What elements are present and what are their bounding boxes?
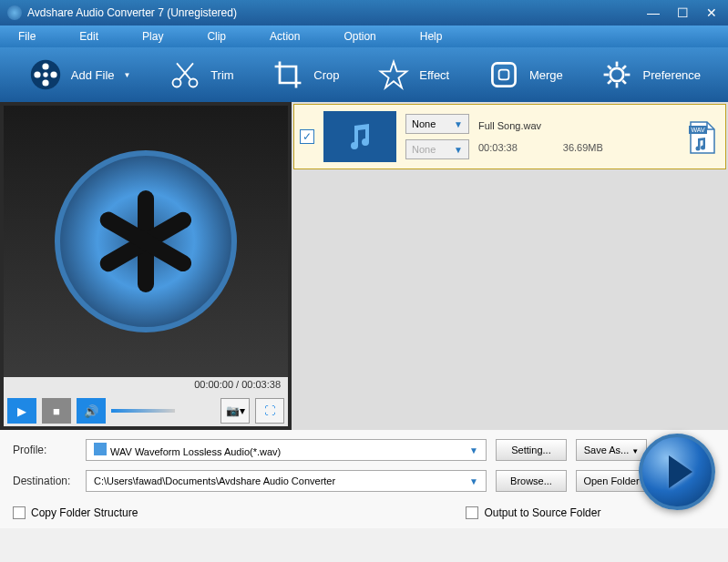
svg-line-21	[609, 80, 612, 84]
browse-button[interactable]: Browse...	[496, 470, 567, 492]
play-icon	[669, 455, 692, 488]
preview-panel: 00:00:00 / 00:03:38 ▶ ■ 🔊 📷▾ ⛶	[0, 102, 292, 430]
output-source-label: Output to Source Folder	[484, 506, 600, 519]
file-list-panel: ✓ None▼ None▼ Full Song.wav 00:03:38 36.…	[292, 102, 728, 430]
saveas-button[interactable]: Save As... ▼	[576, 439, 647, 461]
playback-controls: ▶ ■ 🔊 📷▾ ⛶	[4, 395, 288, 426]
menu-action[interactable]: Action	[270, 30, 300, 43]
file-checkbox[interactable]: ✓	[300, 129, 314, 144]
destination-label: Destination:	[13, 475, 77, 487]
effect-button[interactable]: Effect	[375, 56, 449, 93]
minimize-button[interactable]: —	[644, 5, 662, 20]
svg-text:WAV: WAV	[691, 127, 704, 133]
menu-help[interactable]: Help	[420, 30, 443, 43]
music-note-icon	[342, 118, 378, 155]
volume-button[interactable]: 🔊	[77, 398, 106, 424]
svg-line-20	[623, 66, 627, 69]
toolbar-label: Merge	[529, 68, 563, 82]
stop-button[interactable]: ■	[42, 398, 71, 424]
svg-point-4	[34, 71, 40, 77]
svg-point-7	[190, 79, 198, 87]
svg-point-2	[50, 71, 56, 77]
add-file-button[interactable]: Add File▼	[27, 56, 131, 93]
copy-folder-checkbox[interactable]	[13, 506, 26, 519]
svg-rect-11	[492, 63, 515, 86]
preview-viewport	[4, 106, 288, 377]
toolbar-label: Effect	[419, 68, 449, 82]
profile-label: Profile:	[13, 444, 77, 456]
destination-select[interactable]: C:\Users\fawad\Documents\Avdshare Audio …	[86, 470, 487, 492]
convert-button[interactable]	[639, 434, 715, 510]
film-reel-icon	[27, 56, 64, 93]
svg-line-19	[623, 80, 627, 84]
playback-time: 00:00:00 / 00:03:38	[4, 377, 288, 395]
play-button[interactable]: ▶	[7, 398, 36, 424]
svg-rect-12	[499, 70, 509, 80]
chevron-down-icon: ▼	[469, 445, 478, 455]
file-dropdown-2[interactable]: None▼	[405, 139, 469, 159]
menu-option[interactable]: Option	[343, 30, 375, 43]
svg-line-8	[179, 63, 193, 79]
main-area: 00:00:00 / 00:03:38 ▶ ■ 🔊 📷▾ ⛶ ✓ None▼ N…	[0, 102, 728, 430]
crop-button[interactable]: Crop	[270, 56, 339, 93]
menu-play[interactable]: Play	[142, 30, 163, 43]
gear-icon	[599, 56, 635, 93]
close-button[interactable]: ✕	[702, 5, 721, 20]
open-folder-button[interactable]: Open Folder	[576, 470, 647, 492]
crop-icon	[270, 56, 306, 93]
svg-point-1	[42, 63, 48, 69]
menu-file[interactable]: File	[18, 30, 36, 43]
trim-button[interactable]: Trim	[167, 56, 234, 93]
chevron-down-icon: ▼	[469, 476, 478, 486]
merge-button[interactable]: Merge	[486, 56, 563, 93]
svg-point-5	[43, 72, 47, 77]
copy-folder-label: Copy Folder Structure	[31, 506, 138, 519]
maximize-button[interactable]: ☐	[673, 5, 692, 20]
titlebar: Avdshare Audio Converter 7 (Unregistered…	[0, 0, 728, 26]
bottom-panel: Profile: WAV Waveform Lossless Audio(*.w…	[0, 430, 728, 528]
file-duration: 00:03:38	[478, 142, 518, 153]
file-format-icon: WAV	[683, 118, 720, 155]
file-info: Full Song.wav 00:03:38 36.69MB	[478, 120, 674, 153]
svg-point-3	[42, 79, 48, 86]
svg-point-13	[610, 68, 623, 81]
preference-button[interactable]: Preference	[599, 56, 701, 93]
setting-button[interactable]: Setting...	[496, 439, 567, 461]
wav-format-icon	[94, 443, 107, 455]
menu-clip[interactable]: Clip	[207, 30, 226, 43]
file-name: Full Song.wav	[478, 120, 674, 131]
star-icon	[375, 56, 412, 93]
toolbar-label: Crop	[313, 68, 339, 82]
toolbar: Add File▼ Trim Crop Effect Merge Prefere…	[0, 47, 728, 102]
file-size: 36.69MB	[563, 142, 603, 153]
svg-marker-10	[381, 62, 407, 88]
profile-select[interactable]: WAV Waveform Lossless Audio(*.wav) ▼	[86, 439, 487, 461]
window-title: Avdshare Audio Converter 7 (Unregistered…	[27, 6, 644, 19]
menu-edit[interactable]: Edit	[79, 30, 98, 43]
toolbar-label: Add File	[71, 68, 115, 82]
merge-square-icon	[486, 56, 522, 93]
wheel-artwork	[55, 150, 237, 332]
toolbar-label: Trim	[210, 68, 234, 82]
svg-line-18	[609, 66, 612, 69]
menubar: File Edit Play Clip Action Option Help	[0, 26, 728, 47]
file-thumbnail	[323, 111, 396, 162]
file-list-item[interactable]: ✓ None▼ None▼ Full Song.wav 00:03:38 36.…	[293, 104, 726, 169]
file-dropdown-1[interactable]: None▼	[405, 114, 469, 134]
scissors-icon	[167, 56, 203, 93]
snapshot-button[interactable]: 📷▾	[220, 398, 250, 424]
svg-line-9	[177, 63, 190, 79]
fullscreen-button[interactable]: ⛶	[255, 398, 284, 424]
output-source-checkbox[interactable]	[466, 506, 478, 519]
app-icon	[7, 5, 22, 20]
toolbar-label: Preference	[642, 68, 701, 82]
chevron-down-icon: ▼	[124, 71, 131, 79]
volume-slider[interactable]	[111, 409, 175, 413]
svg-point-6	[173, 79, 181, 87]
